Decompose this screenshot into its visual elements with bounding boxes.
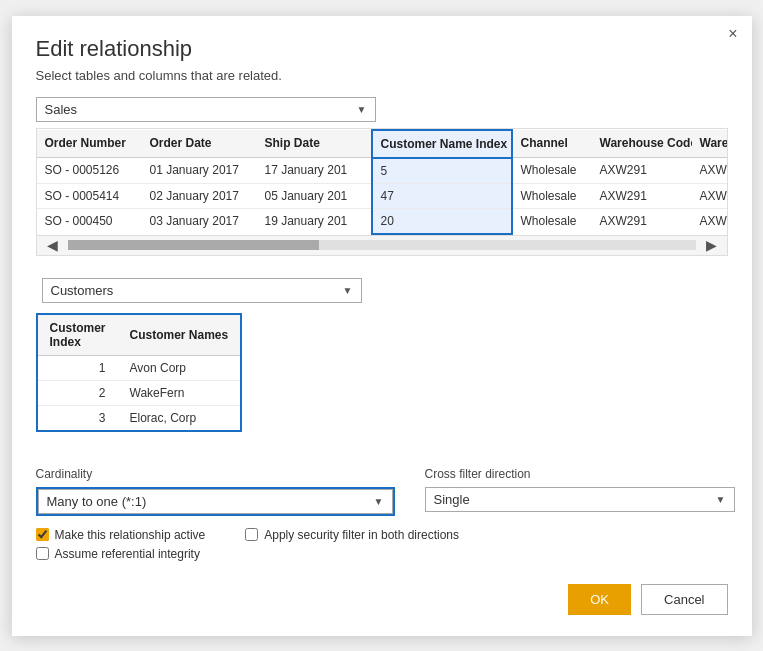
sales-table-section: Sales ▼ Order Number Order Date Ship Dat… [36, 97, 728, 256]
cell-customer-index: 3 [38, 405, 118, 430]
scroll-left-arrow[interactable]: ◀ [41, 237, 64, 253]
cell-order-date: 01 January 2017 [142, 158, 257, 184]
cell-channel: Wholesale [512, 208, 592, 234]
customers-dropdown[interactable]: Customers ▼ [42, 278, 362, 303]
cell-ship-date: 05 January 201 [257, 183, 372, 208]
cell-channel: Wholesale [512, 158, 592, 184]
col-header-customer-index: Customer Index [38, 315, 118, 356]
cell-customer-name: Elorac, Corp [118, 405, 241, 430]
cell-customer-name-index: 47 [372, 183, 512, 208]
right-checkboxes: Apply security filter in both directions [245, 528, 459, 547]
cell-order-date: 03 January 2017 [142, 208, 257, 234]
cell-warehouse-extra: AXW [692, 208, 728, 234]
cell-customer-index: 2 [38, 380, 118, 405]
dialog-subtitle: Select tables and columns that are relat… [36, 68, 728, 83]
customers-section: Customers ▼ Customer Index Customer Name… [36, 272, 368, 451]
cell-warehouse-code: AXW291 [592, 183, 692, 208]
assume-integrity-label: Assume referential integrity [55, 547, 200, 561]
cancel-button[interactable]: Cancel [641, 584, 727, 615]
sales-dropdown-label: Sales [45, 102, 78, 117]
dialog-title: Edit relationship [36, 36, 728, 62]
table-row: 1 Avon Corp [38, 355, 241, 380]
scroll-track[interactable] [68, 240, 696, 250]
table-row: 2 WakeFern [38, 380, 241, 405]
cross-filter-group: Cross filter direction Single ▼ [425, 467, 735, 516]
make-active-label: Make this relationship active [55, 528, 206, 542]
cell-customer-name-index: 5 [372, 158, 512, 184]
cell-customer-name-index: 20 [372, 208, 512, 234]
make-active-row: Make this relationship active [36, 528, 206, 542]
cell-warehouse-code: AXW291 [592, 208, 692, 234]
dialog-footer: OK Cancel [36, 576, 728, 615]
table-row: SO - 0005126 01 January 2017 17 January … [37, 158, 728, 184]
cardinality-group: Cardinality Many to one (*:1) ▼ [36, 467, 395, 516]
scroll-right-arrow[interactable]: ▶ [700, 237, 723, 253]
cardinality-label: Cardinality [36, 467, 395, 481]
sales-dropdown[interactable]: Sales ▼ [36, 97, 376, 122]
bottom-options-row: Cardinality Many to one (*:1) ▼ Cross fi… [36, 467, 728, 516]
table-row: 3 Elorac, Corp [38, 405, 241, 430]
horizontal-scrollbar[interactable]: ◀ ▶ [37, 235, 727, 255]
customers-data-table: Customer Index Customer Names 1 Avon Cor… [38, 315, 241, 430]
table-row: SO - 0005414 02 January 2017 05 January … [37, 183, 728, 208]
col-header-warehouse-extra: Warehous [692, 130, 728, 158]
cell-customer-index: 1 [38, 355, 118, 380]
cross-filter-label: Cross filter direction [425, 467, 735, 481]
assume-integrity-row: Assume referential integrity [36, 547, 206, 561]
cross-filter-dropdown[interactable]: Single ▼ [425, 487, 735, 512]
cross-filter-value: Single [434, 492, 470, 507]
cardinality-arrow: ▼ [374, 496, 384, 507]
left-checkboxes: Make this relationship active Assume ref… [36, 528, 206, 566]
sales-dropdown-arrow: ▼ [357, 104, 367, 115]
apply-security-row: Apply security filter in both directions [245, 528, 459, 542]
cell-channel: Wholesale [512, 183, 592, 208]
assume-integrity-checkbox[interactable] [36, 547, 49, 560]
cell-ship-date: 17 January 201 [257, 158, 372, 184]
cell-order-date: 02 January 2017 [142, 183, 257, 208]
edit-relationship-dialog: × Edit relationship Select tables and co… [12, 16, 752, 636]
make-active-checkbox[interactable] [36, 528, 49, 541]
cell-customer-name: Avon Corp [118, 355, 241, 380]
cardinality-dropdown[interactable]: Many to one (*:1) ▼ [38, 489, 393, 514]
cross-filter-arrow: ▼ [716, 494, 726, 505]
sales-data-table-container: Order Number Order Date Ship Date Custom… [36, 128, 728, 256]
cardinality-value: Many to one (*:1) [47, 494, 147, 509]
cell-order-number: SO - 0005414 [37, 183, 142, 208]
apply-security-checkbox[interactable] [245, 528, 258, 541]
customers-table-box: Customer Index Customer Names 1 Avon Cor… [36, 313, 243, 432]
cardinality-box: Many to one (*:1) ▼ [36, 487, 395, 516]
cell-warehouse-extra: AXW [692, 183, 728, 208]
table-row: SO - 000450 03 January 2017 19 January 2… [37, 208, 728, 234]
col-header-channel: Channel [512, 130, 592, 158]
col-header-customer-name-index: Customer Name Index [372, 130, 512, 158]
ok-button[interactable]: OK [568, 584, 631, 615]
middle-section: Customers ▼ Customer Index Customer Name… [36, 272, 728, 451]
right-empty-section [384, 272, 728, 451]
col-header-warehouse-code: Warehouse Code [592, 130, 692, 158]
sales-data-table: Order Number Order Date Ship Date Custom… [37, 129, 728, 235]
scroll-thumb[interactable] [68, 240, 319, 250]
customers-dropdown-label: Customers [51, 283, 114, 298]
cell-warehouse-code: AXW291 [592, 158, 692, 184]
col-header-order-date: Order Date [142, 130, 257, 158]
col-header-customer-names: Customer Names [118, 315, 241, 356]
col-header-order-number: Order Number [37, 130, 142, 158]
cell-warehouse-extra: AXW [692, 158, 728, 184]
apply-security-label: Apply security filter in both directions [264, 528, 459, 542]
checkboxes-section: Make this relationship active Assume ref… [36, 528, 728, 566]
cell-order-number: SO - 000450 [37, 208, 142, 234]
cell-ship-date: 19 January 201 [257, 208, 372, 234]
close-button[interactable]: × [728, 26, 737, 42]
col-header-ship-date: Ship Date [257, 130, 372, 158]
cell-customer-name: WakeFern [118, 380, 241, 405]
cell-order-number: SO - 0005126 [37, 158, 142, 184]
customers-dropdown-arrow: ▼ [343, 285, 353, 296]
